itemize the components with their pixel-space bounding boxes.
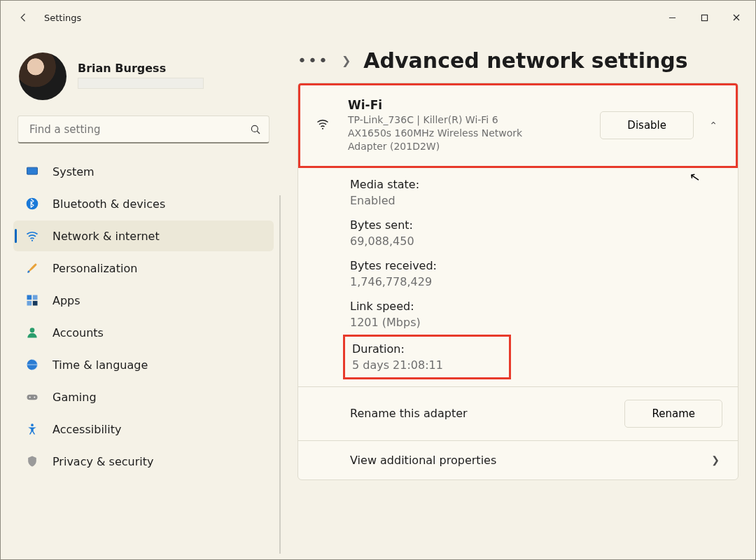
kv-key: Bytes sent: (350, 218, 738, 232)
sidebar-item-label: Network & internet (52, 230, 160, 243)
svg-point-14 (34, 396, 35, 398)
rename-adapter-row: Rename this adapter Rename (298, 386, 738, 440)
sidebar-item-gaming[interactable]: Gaming (13, 382, 274, 412)
wifi-title: Wi-Fi (348, 98, 587, 112)
svg-point-13 (29, 396, 31, 398)
paintbrush-icon (24, 260, 40, 276)
view-properties-row[interactable]: View additional properties ❯ (298, 440, 738, 479)
sidebar-item-accessibility[interactable]: Accessibility (13, 414, 274, 444)
svg-point-1 (251, 125, 258, 132)
sidebar-item-label: Gaming (52, 391, 97, 404)
rename-title: Rename this adapter (350, 407, 612, 420)
kv-value: 1,746,778,429 (350, 275, 738, 288)
title-bar: Settings (1, 1, 755, 34)
close-icon (732, 13, 741, 22)
svg-rect-6 (27, 295, 32, 300)
svg-point-16 (322, 128, 323, 130)
profile-block[interactable]: Brian Burgess (13, 47, 274, 115)
window-minimize-button[interactable] (656, 6, 688, 29)
sidebar-item-label: Personalization (52, 262, 137, 275)
sidebar-item-label: Privacy & security (52, 455, 153, 468)
kv-link-speed: Link speed: 1201 (Mbps) (350, 294, 738, 335)
wifi-adapter-card: Wi-Fi TP-Link_736C | Killer(R) Wi-Fi 6 A… (298, 83, 738, 480)
page-title: Advanced network settings (363, 48, 687, 73)
globe-clock-icon (24, 357, 40, 372)
kv-key: Bytes received: (350, 259, 738, 272)
maximize-icon (701, 14, 708, 22)
kv-value: 5 days 21:08:11 (352, 358, 502, 372)
sidebar-item-label: Accessibility (52, 423, 121, 436)
sidebar-item-label: Apps (52, 294, 80, 307)
user-name: Brian Burgess (78, 62, 204, 75)
sidebar: Brian Burgess System Bluetooth & devices… (1, 34, 281, 560)
shield-icon (24, 454, 40, 469)
sidebar-item-label: System (52, 165, 94, 178)
gamepad-icon (24, 389, 40, 405)
arrow-left-icon (18, 11, 30, 24)
sidebar-item-bluetooth[interactable]: Bluetooth & devices (13, 188, 274, 219)
svg-rect-0 (701, 15, 707, 20)
window-close-button[interactable] (720, 6, 752, 29)
kv-value: Enabled (350, 194, 738, 207)
sidebar-item-privacy[interactable]: Privacy & security (13, 446, 274, 477)
wifi-description: TP-Link_736C | Killer(R) Wi-Fi 6 AX1650s… (348, 113, 544, 153)
window-title: Settings (44, 13, 81, 23)
sidebar-item-personalization[interactable]: Personalization (13, 253, 274, 284)
svg-point-10 (30, 328, 35, 332)
sidebar-item-time-language[interactable]: Time & language (13, 349, 274, 380)
kv-duration: Duration: 5 days 21:08:11 (343, 335, 511, 379)
main-content: ••• ❯ Advanced network settings Wi-Fi TP… (281, 34, 755, 560)
svg-point-5 (31, 240, 33, 241)
sidebar-item-label: Accounts (52, 326, 104, 340)
kv-value: 1201 (Mbps) (350, 316, 738, 329)
search-input[interactable] (28, 122, 249, 136)
sidebar-item-network[interactable]: Network & internet (13, 220, 274, 251)
window-maximize-button[interactable] (688, 6, 720, 29)
system-icon (24, 164, 40, 179)
sidebar-item-label: Time & language (52, 358, 148, 372)
view-properties-label: View additional properties (350, 454, 696, 467)
kv-media-state: Media state: Enabled (350, 172, 738, 213)
svg-rect-2 (27, 167, 38, 174)
user-email-redacted (78, 78, 204, 89)
disable-button[interactable]: Disable (600, 111, 694, 139)
apps-icon (24, 293, 40, 308)
kv-bytes-received: Bytes received: 1,746,778,429 (350, 253, 738, 294)
search-box[interactable] (18, 115, 270, 144)
svg-rect-9 (33, 301, 38, 306)
svg-rect-12 (27, 395, 38, 400)
sidebar-item-system[interactable]: System (13, 156, 274, 187)
kv-key: Link speed: (350, 300, 738, 313)
wifi-details: Media state: Enabled Bytes sent: 69,088,… (298, 168, 738, 386)
breadcrumb-more-button[interactable]: ••• (298, 52, 329, 69)
search-icon (249, 123, 262, 136)
rename-button[interactable]: Rename (624, 400, 722, 428)
breadcrumb: ••• ❯ Advanced network settings (298, 48, 738, 73)
svg-rect-8 (27, 301, 32, 306)
back-button[interactable] (9, 3, 38, 32)
wifi-icon (24, 228, 40, 244)
sidebar-item-apps[interactable]: Apps (13, 285, 274, 316)
avatar (19, 52, 66, 100)
sidebar-item-accounts[interactable]: Accounts (13, 317, 274, 348)
bluetooth-icon (24, 196, 40, 211)
sidebar-scrollbar[interactable] (279, 195, 281, 554)
kv-key: Media state: (350, 178, 738, 191)
sidebar-nav: System Bluetooth & devices Network & int… (13, 156, 274, 477)
svg-rect-7 (33, 295, 38, 300)
svg-point-15 (31, 424, 34, 426)
chevron-right-icon: ❯ (342, 54, 351, 67)
accessibility-icon (24, 421, 40, 437)
wifi-icon (316, 117, 335, 134)
sidebar-item-label: Bluetooth & devices (52, 197, 165, 211)
minimize-icon (668, 14, 676, 22)
wifi-header-row[interactable]: Wi-Fi TP-Link_736C | Killer(R) Wi-Fi 6 A… (298, 83, 738, 168)
chevron-up-icon[interactable]: ⌃ (706, 120, 720, 131)
chevron-right-icon: ❯ (708, 454, 722, 465)
kv-bytes-sent: Bytes sent: 69,088,450 (350, 213, 738, 253)
kv-value: 69,088,450 (350, 234, 738, 248)
person-icon (24, 325, 40, 340)
kv-key: Duration: (352, 342, 502, 356)
